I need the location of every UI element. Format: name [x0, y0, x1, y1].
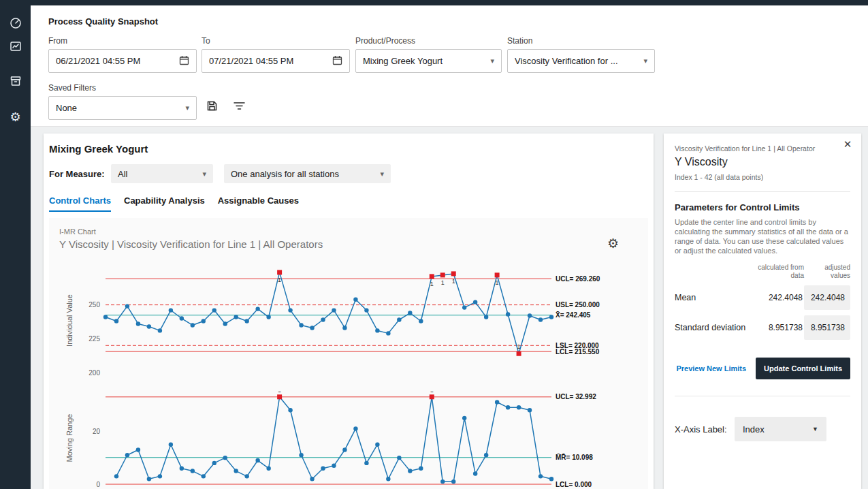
analysis-card: Mixing Greek Yogurt For Measure: All ▾ O…	[44, 133, 654, 489]
individuals-chart: Individual Value200225250UCL= 269.260USL…	[49, 259, 648, 385]
tab-assignable-causes[interactable]: Assignable Causes	[218, 195, 299, 212]
control-limits-panel: ✕ Viscosity Verification for Line 1 | Al…	[664, 133, 861, 489]
sidebar: ⚙	[0, 0, 31, 489]
svg-text:1: 1	[278, 277, 281, 283]
svg-text:225: 225	[89, 335, 100, 343]
to-field-group: To 07/21/2021 04:55 PM	[202, 36, 350, 73]
saved-filters-value: None	[56, 103, 77, 113]
svg-text:200: 200	[89, 369, 100, 377]
from-field-group: From 06/21/2021 04:55 PM	[48, 36, 197, 73]
imr-chart-panel: I-MR Chart Y Viscosity | Viscosity Verif…	[49, 218, 648, 489]
measure-value: All	[118, 169, 127, 179]
station-value: Viscosity Verification for ...	[515, 56, 618, 66]
mean-adjusted-input[interactable]	[804, 285, 850, 310]
chevron-down-icon: ▾	[643, 57, 647, 65]
product-field-group: Product/Process Mixing Greek Yogurt ▾	[355, 36, 502, 73]
filter-header: Process Quality Snapshot From 06/21/2021…	[31, 5, 868, 127]
product-label: Product/Process	[355, 36, 502, 46]
gear-icon: ⚙	[10, 111, 20, 123]
to-label: To	[202, 36, 350, 46]
xaxis-row: X-Axis Label: Index ▼	[675, 417, 850, 441]
analysis-mode-value: One analysis for all stations	[231, 169, 339, 179]
svg-text:Moving Range: Moving Range	[65, 414, 74, 462]
parameters-section-title: Parameters for Control Limits	[675, 202, 850, 212]
col-header-calculated: calculated from data	[756, 264, 804, 280]
measure-select[interactable]: All ▾	[111, 164, 213, 183]
from-date-input[interactable]: 06/21/2021 04:55 PM	[48, 49, 197, 73]
measure-row: For Measure: All ▾ One analysis for all …	[49, 164, 648, 183]
calendar-icon[interactable]	[332, 55, 342, 67]
to-date-value: 07/21/2021 04:55 PM	[209, 56, 293, 66]
close-icon[interactable]: ✕	[839, 136, 856, 153]
svg-text:M̄R̄= 10.098: M̄R̄= 10.098	[556, 454, 593, 461]
product-process-title: Mixing Greek Yogurt	[49, 143, 648, 155]
parameters-table: calculated from data adjusted values Mea…	[675, 264, 850, 340]
moving-range-chart: Moving Range020UCL= 32.992M̄R̄= 10.098LC…	[49, 392, 648, 489]
svg-text:1: 1	[496, 279, 499, 286]
panel-actions: Preview New Limits Update Control Limits	[675, 358, 850, 379]
chart-title: Y Viscosity | Viscosity Verification for…	[59, 238, 323, 250]
stddev-row-label: Standard deviation	[675, 323, 756, 332]
filter-icon	[234, 101, 245, 114]
filter-button[interactable]	[228, 95, 250, 119]
product-select[interactable]: Mixing Greek Yogurt ▾	[355, 49, 502, 73]
page-title: Process Quality Snapshot	[48, 16, 158, 27]
divider	[675, 191, 850, 192]
panel-index-range: Index 1 - 42 (all data points)	[675, 173, 850, 181]
station-label: Station	[507, 36, 655, 46]
calendar-icon[interactable]	[179, 55, 189, 67]
update-control-limits-button[interactable]: Update Control Limits	[756, 358, 850, 379]
chevron-down-icon: ▾	[380, 170, 384, 178]
sidebar-item-charts[interactable]	[0, 38, 31, 57]
tab-capability-analysis[interactable]: Capability Analysis	[124, 195, 205, 212]
parameters-description: Update the center line and control limit…	[675, 217, 850, 255]
svg-text:1: 1	[430, 281, 434, 287]
svg-text:1: 1	[441, 279, 445, 286]
product-value: Mixing Greek Yogurt	[363, 56, 443, 66]
col-header-adjusted: adjusted values	[804, 264, 850, 280]
from-label: From	[48, 36, 197, 46]
tab-bar: Control Charts Capability Analysis Assig…	[49, 195, 648, 212]
preview-new-limits-link[interactable]: Preview New Limits	[676, 364, 746, 373]
mean-row-label: Mean	[675, 293, 756, 302]
analysis-mode-select[interactable]: One analysis for all stations ▾	[224, 164, 391, 183]
svg-text:UCL= 269.260: UCL= 269.260	[556, 275, 600, 283]
station-select[interactable]: Viscosity Verification for ... ▾	[507, 49, 655, 73]
svg-text:LCL= 0.000: LCL= 0.000	[556, 481, 592, 488]
svg-text:1: 1	[278, 392, 281, 394]
panel-title: Y Viscosity	[675, 156, 850, 168]
sidebar-item-dashboard[interactable]	[0, 15, 31, 34]
save-icon	[206, 100, 218, 114]
for-measure-label: For Measure:	[49, 169, 106, 179]
svg-text:LCL= 215.550: LCL= 215.550	[556, 348, 600, 356]
chart-icon	[9, 40, 22, 56]
station-field-group: Station Viscosity Verification for ... ▾	[507, 36, 655, 73]
mean-calculated-value: 242.4048	[756, 293, 804, 302]
chart-settings-gear-icon[interactable]: ⚙	[607, 236, 619, 251]
saved-filters-select[interactable]: None ▾	[48, 96, 197, 120]
saved-filters-label: Saved Filters	[48, 83, 197, 93]
xaxis-value: Index	[743, 424, 765, 435]
xaxis-select[interactable]: Index ▼	[735, 417, 826, 441]
svg-text:0: 0	[96, 481, 100, 488]
sidebar-item-archive[interactable]	[0, 73, 31, 92]
divider	[675, 396, 850, 396]
save-filter-button[interactable]	[201, 95, 223, 119]
stddev-adjusted-input[interactable]	[804, 315, 850, 340]
from-date-value: 06/21/2021 04:55 PM	[56, 56, 140, 66]
chevron-down-icon: ▾	[490, 57, 494, 65]
svg-text:USL= 250.000: USL= 250.000	[556, 301, 600, 309]
chevron-down-icon: ▼	[812, 426, 818, 432]
to-date-input[interactable]: 07/21/2021 04:55 PM	[202, 49, 350, 73]
xaxis-label: X-Axis Label:	[675, 424, 735, 435]
tab-control-charts[interactable]: Control Charts	[49, 195, 111, 212]
gauge-icon	[9, 16, 22, 33]
top-bar	[0, 0, 868, 5]
chevron-down-icon: ▾	[185, 104, 189, 112]
archive-box-icon	[9, 74, 22, 91]
svg-text:1: 1	[452, 278, 455, 285]
svg-text:250: 250	[89, 301, 100, 309]
sidebar-item-settings[interactable]: ⚙	[0, 108, 31, 127]
svg-text:X̄= 242.405: X̄= 242.405	[556, 311, 591, 319]
chevron-down-icon: ▾	[202, 170, 206, 178]
